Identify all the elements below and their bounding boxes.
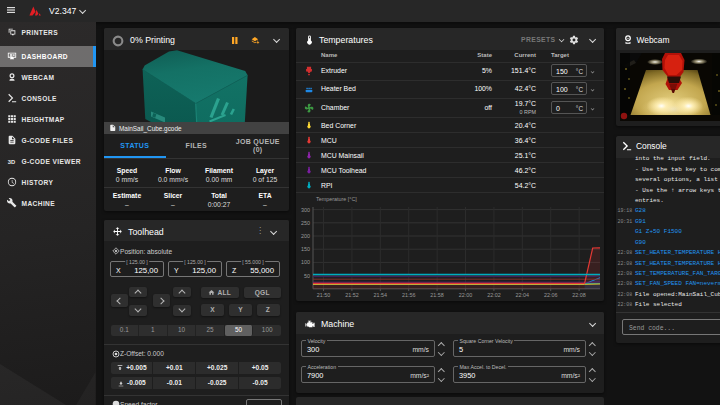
svg-text:250: 250 (301, 219, 310, 225)
svg-text:300: 300 (301, 206, 310, 212)
svg-text:Temperature [°C]: Temperature [°C] (316, 196, 357, 202)
svg-text:21:50: 21:50 (317, 291, 331, 297)
svg-text:21:54: 21:54 (374, 291, 388, 297)
svg-text:21:56: 21:56 (402, 291, 416, 297)
svg-text:200: 200 (301, 233, 310, 239)
svg-text:22:00: 22:00 (459, 291, 473, 297)
svg-text:150: 150 (301, 246, 310, 252)
svg-text:22:06: 22:06 (544, 291, 558, 297)
svg-text:22:04: 22:04 (516, 291, 530, 297)
svg-text:21:52: 21:52 (345, 291, 359, 297)
svg-text:50: 50 (304, 272, 310, 278)
svg-text:21:58: 21:58 (430, 291, 444, 297)
svg-text:22:08: 22:08 (572, 291, 586, 297)
svg-text:3D: 3D (7, 159, 14, 165)
svg-text:100: 100 (301, 259, 310, 265)
svg-text:22:02: 22:02 (487, 291, 501, 297)
